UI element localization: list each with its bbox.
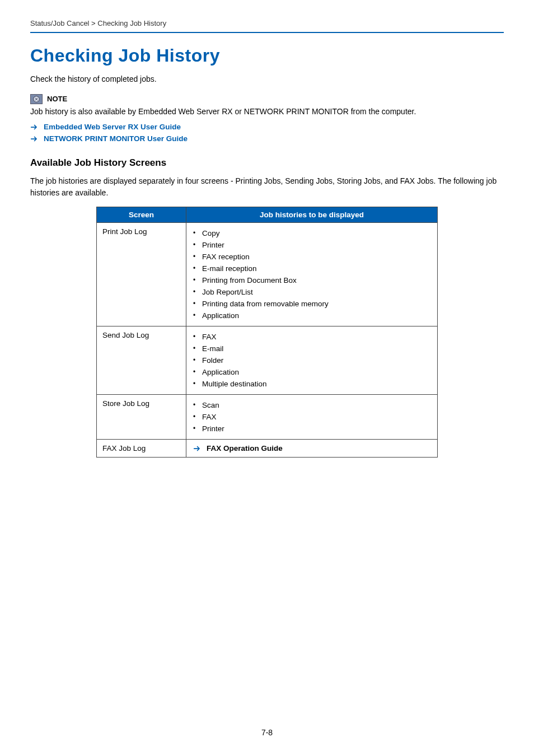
list-item: Folder <box>192 354 432 366</box>
table-header-screen: Screen <box>97 207 186 223</box>
page-number: 7-8 <box>0 728 534 737</box>
list-item: Copy <box>192 227 432 239</box>
note-text: Job history is also available by Embedde… <box>30 106 504 118</box>
note-label: NOTE <box>47 95 67 103</box>
section-paragraph: The job histories are displayed separate… <box>30 175 504 199</box>
list-item: Job Report/List <box>192 286 432 298</box>
screen-cell: Print Job Log <box>97 223 186 326</box>
page-title: Checking Job History <box>30 45 504 66</box>
cell-link-text: FAX Operation Guide <box>207 444 283 452</box>
link-row[interactable]: Embedded Web Server RX User Guide <box>30 123 504 131</box>
table-row: Send Job LogFAXE-mailFolderApplicationMu… <box>97 326 438 395</box>
cell-link[interactable]: FAX Operation Guide <box>192 444 432 452</box>
job-history-table: Screen Job histories to be displayed Pri… <box>96 207 438 458</box>
list-item: Application <box>192 366 432 378</box>
bullet-list: ScanFAXPrinter <box>192 399 432 435</box>
note-icon <box>30 94 43 104</box>
bullet-list: CopyPrinterFAX receptionE-mail reception… <box>192 227 432 321</box>
list-item: Application <box>192 310 432 321</box>
arrow-right-icon <box>30 135 38 143</box>
table-row: Print Job LogCopyPrinterFAX receptionE-m… <box>97 223 438 326</box>
histories-cell: FAX Operation Guide <box>186 440 438 458</box>
list-item: FAX <box>192 411 432 423</box>
arrow-right-icon <box>193 445 201 452</box>
horizontal-rule <box>30 32 504 33</box>
link-text: NETWORK PRINT MONITOR User Guide <box>44 134 188 143</box>
list-item: E-mail reception <box>192 263 432 274</box>
list-item: FAX reception <box>192 251 432 263</box>
section-heading: Available Job History Screens <box>30 157 504 169</box>
link-text: Embedded Web Server RX User Guide <box>44 123 181 131</box>
link-row[interactable]: NETWORK PRINT MONITOR User Guide <box>30 134 504 143</box>
bullet-list: FAXE-mailFolderApplicationMultiple desti… <box>192 331 432 390</box>
table-row: FAX Job LogFAX Operation Guide <box>97 440 438 458</box>
table-header-histories: Job histories to be displayed <box>186 207 438 223</box>
histories-cell: ScanFAXPrinter <box>186 395 438 440</box>
list-item: Printer <box>192 423 432 435</box>
screen-cell: Store Job Log <box>97 395 186 440</box>
list-item: Scan <box>192 399 432 411</box>
list-item: Printer <box>192 239 432 251</box>
table-row: Store Job LogScanFAXPrinter <box>97 395 438 440</box>
breadcrumb: Status/Job Cancel > Checking Job History <box>30 19 504 27</box>
list-item: Printing from Document Box <box>192 274 432 286</box>
list-item: Multiple destination <box>192 378 432 390</box>
screen-cell: Send Job Log <box>97 326 186 395</box>
list-item: FAX <box>192 331 432 343</box>
histories-cell: FAXE-mailFolderApplicationMultiple desti… <box>186 326 438 395</box>
list-item: Printing data from removable memory <box>192 298 432 310</box>
arrow-right-icon <box>30 123 38 131</box>
intro-text: Check the history of completed jobs. <box>30 74 504 85</box>
note-row: NOTE <box>30 94 504 104</box>
histories-cell: CopyPrinterFAX receptionE-mail reception… <box>186 223 438 326</box>
list-item: E-mail <box>192 343 432 354</box>
screen-cell: FAX Job Log <box>97 440 186 458</box>
